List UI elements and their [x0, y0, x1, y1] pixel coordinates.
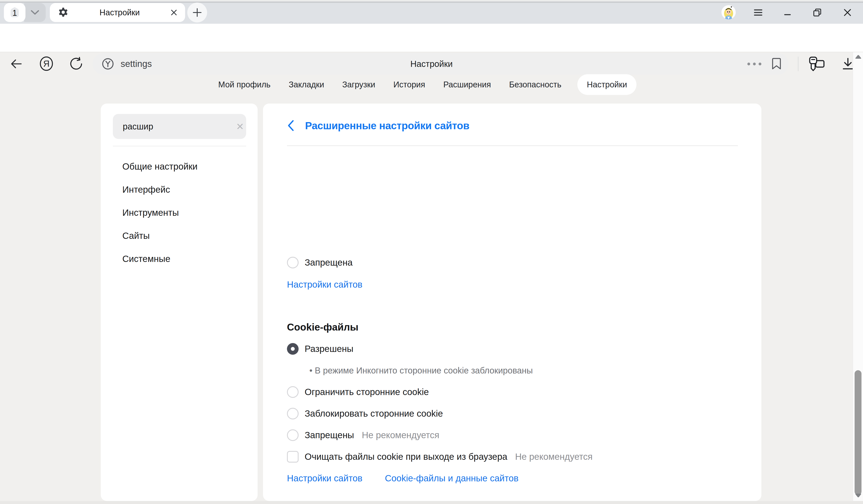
browser-menu-button[interactable] — [750, 5, 766, 20]
reload-button[interactable] — [70, 56, 84, 71]
back-icon — [10, 58, 23, 70]
avatar[interactable] — [722, 5, 736, 20]
option-label: Запрещена — [305, 257, 352, 268]
nav-tab-downloads[interactable]: Загрузки — [340, 74, 377, 95]
back-to-sites-button[interactable] — [287, 119, 295, 131]
sidebar-divider — [113, 146, 246, 146]
tab-counter-badge: 1 — [9, 7, 21, 18]
radio-limit-third-party[interactable] — [287, 386, 299, 398]
gear-icon — [57, 7, 69, 18]
sidebar-item-general[interactable]: Общие настройки — [101, 155, 258, 178]
option-label: Запрещены — [305, 430, 354, 440]
minimize-button[interactable] — [780, 5, 795, 20]
nav-tab-security[interactable]: Безопасность — [507, 74, 564, 95]
toolbar: Я settings Настройки — [0, 24, 863, 52]
cookies-section-heading-row: Cookie-файлы — [287, 321, 358, 333]
option-label: Очищать файлы cookie при выходе из брауз… — [305, 452, 507, 462]
nav-tab-bookmarks[interactable]: Закладки — [287, 74, 326, 95]
sidebar-item-system[interactable]: Системные — [101, 247, 258, 270]
link-row: Настройки сайтов — [287, 279, 362, 290]
scrollbar[interactable] — [853, 52, 863, 501]
plus-icon — [192, 7, 202, 18]
scroll-up-icon[interactable] — [855, 54, 862, 59]
close-window-button[interactable] — [840, 5, 855, 20]
checkbox-clear-on-exit[interactable] — [287, 451, 299, 463]
chevron-down-icon — [30, 10, 40, 15]
cookies-data-link[interactable]: Cookie-файлы и данные сайтов — [385, 473, 518, 483]
address-more-button[interactable] — [747, 63, 761, 65]
option-label: Разрешены — [305, 344, 353, 354]
radio-block-third-party[interactable] — [287, 408, 299, 419]
settings-sidebar: ✕ Общие настройки Интерфейс Инструменты … — [101, 103, 258, 501]
clear-search-icon[interactable]: ✕ — [234, 121, 246, 132]
option-row: Разрешены — [287, 343, 353, 355]
chevron-left-icon — [287, 119, 295, 131]
sidebar-list: Общие настройки Интерфейс Инструменты Са… — [101, 155, 258, 270]
scrollbar-thumb[interactable] — [854, 370, 862, 495]
yandex-home-button[interactable]: Я — [38, 56, 54, 72]
back-button[interactable] — [10, 57, 23, 71]
window-top-edge-line — [0, 1, 863, 3]
avatar-girl-icon — [722, 5, 736, 20]
url-text: settings — [121, 59, 152, 69]
reload-icon — [70, 57, 84, 71]
passwords-icon — [808, 56, 825, 72]
titlebar: 1 Настройки — [0, 0, 863, 24]
cookies-heading: Cookie-файлы — [287, 321, 358, 333]
radio-cookies-allowed[interactable] — [287, 343, 299, 355]
option-label: Заблокировать сторонние cookie — [305, 408, 443, 419]
site-badge-icon — [102, 58, 114, 70]
option-row: Заблокировать сторонние cookie — [287, 408, 443, 419]
section-header: Расширенные настройки сайтов — [287, 114, 469, 137]
option-row: Ограничить сторонние cookie — [287, 386, 429, 398]
radio-cookies-banned[interactable] — [287, 429, 299, 441]
passwords-cards-button[interactable] — [807, 55, 826, 73]
incognito-note-row: • В режиме Инкогнито сторонние cookie за… — [309, 365, 533, 376]
nav-tab-history[interactable]: История — [391, 74, 427, 95]
option-label: Ограничить сторонние cookie — [305, 387, 429, 397]
tab-counter-button[interactable]: 1 — [4, 3, 25, 22]
nav-tab-extensions[interactable]: Расширения — [441, 74, 493, 95]
window-top-edge — [0, 0, 863, 1]
search-input[interactable] — [113, 122, 234, 131]
bookmark-icon[interactable] — [771, 58, 782, 70]
site-settings-link[interactable]: Настройки сайтов — [287, 279, 362, 290]
settings-nav: Мой профиль Закладки Загрузки История Ра… — [0, 74, 853, 95]
not-recommended-hint: Не рекомендуется — [362, 430, 439, 440]
tab-list-dropdown-button[interactable] — [24, 3, 46, 22]
option-row: Запрещены Не рекомендуется — [287, 429, 439, 441]
incognito-note: • В режиме Инкогнито сторонние cookie за… — [309, 366, 533, 375]
sidebar-item-sites[interactable]: Сайты — [101, 224, 258, 247]
sidebar-search[interactable]: ✕ — [113, 114, 246, 139]
address-bar[interactable]: settings — [92, 53, 789, 75]
content-divider — [287, 146, 738, 146]
sidebar-item-tools[interactable]: Инструменты — [101, 201, 258, 224]
tab-count: 1 — [9, 7, 21, 18]
nav-tab-profile[interactable]: Мой профиль — [216, 74, 273, 95]
toolbar-separator — [798, 56, 799, 71]
window-bottom-edge — [0, 501, 863, 504]
svg-text:Я: Я — [43, 59, 50, 68]
menu-icon — [754, 9, 762, 16]
option-row: Очищать файлы cookie при выходе из брауз… — [287, 451, 593, 463]
radio-banned-top[interactable] — [287, 257, 299, 268]
tab-title: Настройки — [69, 8, 170, 17]
browser-tab-settings[interactable]: Настройки — [50, 3, 185, 22]
new-tab-button[interactable] — [187, 3, 207, 23]
site-settings-link[interactable]: Настройки сайтов — [287, 473, 362, 483]
maximize-button[interactable] — [810, 5, 825, 20]
yandex-logo-icon: Я — [39, 56, 54, 71]
not-recommended-hint: Не рекомендуется — [515, 452, 592, 462]
link-row: Настройки сайтов Cookie-файлы и данные с… — [287, 473, 518, 484]
maximize-icon — [813, 8, 822, 17]
sidebar-item-interface[interactable]: Интерфейс — [101, 178, 258, 201]
close-tab-icon[interactable] — [170, 9, 178, 16]
page-title: Расширенные настройки сайтов — [305, 120, 469, 131]
minimize-icon — [784, 9, 791, 16]
close-icon — [843, 8, 852, 17]
settings-content: Расширенные настройки сайтов Запрещена Н… — [263, 103, 761, 501]
nav-tab-settings[interactable]: Настройки — [577, 74, 636, 95]
scroll-down-icon[interactable] — [855, 493, 862, 498]
option-row: Запрещена — [287, 257, 352, 268]
